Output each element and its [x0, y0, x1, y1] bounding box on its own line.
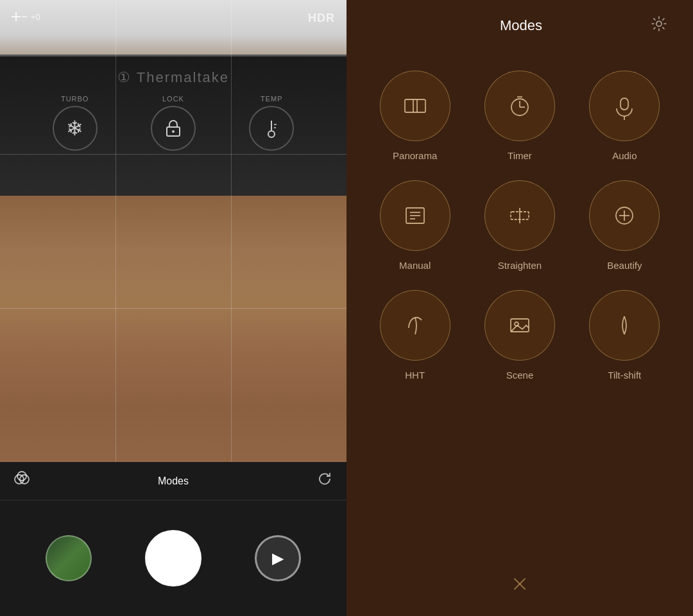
cam-shelf: [0, 0, 346, 58]
panorama-icon: [401, 92, 429, 120]
mode-item-beautify[interactable]: Beautify: [576, 174, 674, 277]
svg-point-1: [172, 130, 175, 133]
cam-device-label: ① Thermaltake: [117, 69, 229, 86]
mode-item-timer[interactable]: Timer: [470, 64, 569, 167]
mode-label-panorama: Panorama: [393, 150, 437, 161]
scene-icon: [506, 311, 534, 339]
hht-icon: [401, 311, 429, 339]
toolbar-modes-label: Modes: [158, 475, 189, 487]
temp-icon: [260, 117, 283, 140]
modes-header: Modes: [366, 0, 674, 51]
audio-icon: [610, 92, 638, 120]
mode-label-audio: Audio: [612, 150, 637, 161]
shutter-button[interactable]: [145, 530, 201, 586]
cam-btn-lock: LOCK: [151, 95, 196, 151]
settings-icon[interactable]: [651, 15, 667, 36]
modes-panel: Modes Panorama: [346, 0, 693, 616]
timer-icon: [506, 92, 534, 120]
manual-icon: [401, 201, 429, 230]
mode-item-tiltshift[interactable]: Tilt-shift: [576, 284, 674, 387]
modes-title: Modes: [391, 17, 651, 34]
hdr-badge: HDR: [308, 12, 335, 25]
video-button[interactable]: ▶: [255, 535, 301, 581]
color-filter-icon[interactable]: [13, 470, 31, 492]
svg-point-3: [268, 131, 275, 137]
mode-item-panorama[interactable]: Panorama: [366, 64, 464, 167]
mode-item-straighten[interactable]: Straighten: [470, 174, 569, 277]
video-icon: ▶: [272, 549, 284, 567]
mode-circle-beautify: [589, 180, 660, 251]
mode-label-scene: Scene: [506, 370, 534, 381]
camera-toolbar: Modes: [0, 462, 346, 501]
rotate-icon[interactable]: [316, 470, 334, 492]
modes-footer: [366, 552, 674, 616]
cam-device: ① Thermaltake TURBO ❄ LOCK: [0, 55, 346, 196]
mode-label-timer: Timer: [508, 150, 532, 161]
mode-label-tiltshift: Tilt-shift: [608, 370, 641, 381]
beautify-icon: [610, 201, 638, 230]
mode-item-scene[interactable]: Scene: [470, 284, 569, 387]
svg-rect-20: [620, 98, 628, 110]
mode-item-hht[interactable]: HHT: [366, 284, 464, 387]
camera-viewfinder: ① Thermaltake TURBO ❄ LOCK: [0, 0, 346, 462]
tiltshift-icon: [610, 311, 638, 339]
mode-label-straighten: Straighten: [498, 260, 542, 271]
mode-item-audio[interactable]: Audio: [576, 64, 674, 167]
close-icon: [509, 574, 530, 594]
straighten-icon: [506, 201, 534, 230]
mode-circle-tiltshift: [589, 290, 660, 361]
ev-indicator: +0: [9, 9, 40, 24]
mode-circle-manual: [380, 180, 450, 251]
ev-value: +0: [31, 12, 40, 22]
mode-label-hht: HHT: [405, 370, 425, 381]
close-button[interactable]: [504, 568, 536, 600]
svg-rect-13: [405, 99, 425, 112]
camera-bottom: Modes ▶: [0, 462, 346, 616]
cam-btn-temp: TEMP: [249, 95, 294, 151]
mode-label-manual: Manual: [399, 260, 431, 271]
modes-grid: Panorama Timer: [366, 51, 674, 552]
mode-circle-scene: [484, 290, 555, 361]
svg-point-12: [656, 21, 662, 26]
mode-circle-straighten: [484, 180, 555, 251]
cam-device-buttons: TURBO ❄ LOCK TEMP: [0, 95, 346, 151]
mode-circle-timer: [484, 71, 555, 141]
mode-item-manual[interactable]: Manual: [366, 174, 464, 277]
gallery-thumbnail[interactable]: [46, 535, 92, 581]
ev-icon: [9, 9, 28, 24]
lock-icon: [162, 117, 185, 140]
mode-label-beautify: Beautify: [607, 260, 642, 271]
camera-controls: ▶: [0, 501, 346, 616]
mode-circle-panorama: [380, 71, 450, 141]
mode-circle-hht: [380, 290, 450, 361]
camera-panel: ① Thermaltake TURBO ❄ LOCK: [0, 0, 346, 616]
cam-btn-turbo: TURBO ❄: [53, 95, 98, 151]
mode-circle-audio: [589, 71, 660, 141]
cam-table: [0, 196, 346, 462]
